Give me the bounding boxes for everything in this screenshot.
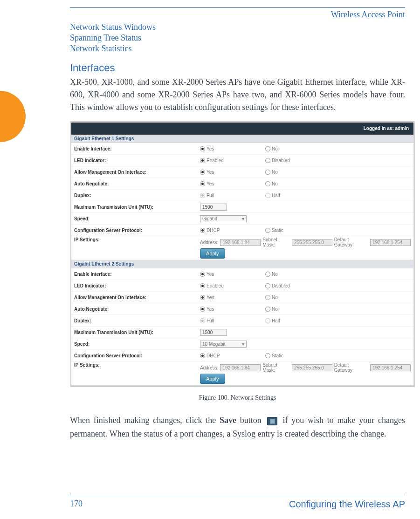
gig1-ip-row: IP Settings: Address: 192.168.1.84 Subne… [71,236,413,260]
gig1-enable-label: Enable Interface: [74,146,200,151]
gig1-speed-label: Speed: [74,216,200,221]
running-head: Wireless Access Point [70,10,405,20]
save-word: Save [220,416,236,425]
gig2-addr-input[interactable]: 192.168.1.84 [220,364,261,371]
radio-icon [200,283,205,288]
post-figure-paragraph: When finished making changes, click the … [70,414,405,441]
gig2-mtu-row: Maximum Transmission Unit (MTU): 1500 [71,327,413,338]
gig1-ip-label: IP Settings: [74,237,200,242]
gig1-autoneg-yes[interactable]: Yes [200,181,251,186]
gig1-mgmt-row: Allow Management On Interface: Yes No [71,166,413,178]
gig2-speed-row: Speed: 10 Megabit▾ [71,338,413,350]
gig2-enable-no[interactable]: No [265,272,317,277]
gig2-autoneg-row: Auto Negotiate: Yes No [71,303,413,315]
gig2-duplex-half: Half [265,318,317,323]
gig1-duplex-full: Full [200,193,251,198]
radio-icon [265,228,270,233]
gig1-mgmt-no[interactable]: No [265,170,317,175]
gig1-autoneg-label: Auto Negotiate: [74,181,200,186]
radio-icon [265,295,270,300]
gig1-led-enabled[interactable]: Enabled [200,158,251,163]
footer-rule [70,495,405,495]
gig1-apply-button[interactable]: Apply [200,248,225,259]
radio-icon [200,158,205,163]
radio-icon [200,146,205,151]
gig1-cfgproto-dhcp[interactable]: DHCP [200,228,251,233]
gig2-cfgproto-dhcp[interactable]: DHCP [200,353,251,358]
gig2-gw-input[interactable]: 192.168.1.254 [370,364,411,371]
gig2-duplex-row: Duplex: Full Half [71,315,413,327]
gig1-cfgproto-row: Configuration Server Protocol: DHCP Stat… [71,225,413,236]
radio-icon [265,146,270,151]
radio-icon [265,307,270,312]
interfaces-paragraph: XR-500, XR-1000, and some XR-2000 Series… [70,76,405,114]
link-network-statistics[interactable]: Network Statistics [70,44,405,54]
gig2-led-row: LED Indicator: Enabled Disabled [71,280,413,292]
radio-icon [265,170,270,175]
gig1-mgmt-label: Allow Management On Interface: [74,170,200,175]
gig1-autoneg-no[interactable]: No [265,181,317,186]
gig1-led-label: LED Indicator: [74,158,200,163]
gig1-autoneg-row: Auto Negotiate: Yes No [71,178,413,190]
save-icon [267,417,277,425]
radio-icon [200,295,205,300]
chevron-down-icon: ▾ [242,341,244,347]
gig2-autoneg-yes[interactable]: Yes [200,307,251,312]
gig1-mask-input[interactable]: 255.255.255.0 [292,239,332,246]
gig1-addr-input[interactable]: 192.168.1.84 [220,239,261,246]
gig2-mgmt-yes[interactable]: Yes [200,295,251,300]
gig2-ip-row: IP Settings: Address: 192.168.1.84 Subne… [71,362,413,385]
header-rule [70,7,405,8]
gig1-enable-yes[interactable]: Yes [200,146,251,151]
page-footer: 170 Configuring the Wireless AP [70,495,405,510]
gig2-mask-input[interactable]: 255.255.255.0 [292,364,332,371]
radio-icon [265,318,270,323]
gig1-duplex-half: Half [265,193,317,198]
gig2-led-disabled[interactable]: Disabled [265,283,317,288]
radio-icon [265,283,270,288]
gig2-mtu-input[interactable]: 1500 [200,329,227,336]
gig1-speed-row: Speed: Gigabit▾ [71,213,413,225]
gig1-mgmt-yes[interactable]: Yes [200,170,251,175]
page-number: 170 [70,499,83,510]
radio-icon [265,193,270,198]
gig2-led-enabled[interactable]: Enabled [200,283,251,288]
gw-label: Default Gateway: [334,237,369,247]
gig2-apply-button[interactable]: Apply [200,374,225,384]
heading-interfaces: Interfaces [70,62,405,74]
login-status: Logged in as: admin [71,123,413,135]
figure-caption: Figure 100. Network Settings [70,394,405,402]
radio-icon [200,181,205,186]
radio-icon [200,353,205,358]
gig1-enable-no[interactable]: No [265,146,317,151]
gig1-mtu-input[interactable]: 1500 [200,204,227,211]
gig2-duplex-full: Full [200,318,251,323]
gig1-cfgproto-label: Configuration Server Protocol: [74,228,200,233]
radio-icon [265,353,270,358]
gig1-enable-row: Enable Interface: Yes No [71,143,413,155]
gig2-autoneg-no[interactable]: No [265,307,317,312]
gig2-mgmt-no[interactable]: No [265,295,317,300]
gig1-duplex-row: Duplex: Full Half [71,190,413,201]
gig1-gw-input[interactable]: 192.168.1.254 [370,239,411,246]
section-gig2-title: Gigabit Ethernet 2 Settings [71,260,413,268]
section-gig1-title: Gigabit Ethernet 1 Settings [71,135,413,143]
gig2-cfgproto-static[interactable]: Static [265,353,317,358]
gig2-speed-select[interactable]: 10 Megabit▾ [200,341,247,348]
radio-icon [265,158,270,163]
gig1-led-row: LED Indicator: Enabled Disabled [71,155,413,166]
gig1-cfgproto-static[interactable]: Static [265,228,317,233]
figure-screenshot-frame: Logged in as: admin Gigabit Ethernet 1 S… [70,121,415,387]
gig2-mgmt-row: Allow Management On Interface: Yes No [71,292,413,303]
gig1-speed-select[interactable]: Gigabit▾ [200,215,247,222]
link-spanning-tree-status[interactable]: Spanning Tree Status [70,33,405,43]
gig2-enable-yes[interactable]: Yes [200,272,251,277]
gig2-enable-row: Enable Interface: Yes No [71,268,413,280]
radio-icon [200,307,205,312]
figure-screenshot: Logged in as: admin Gigabit Ethernet 1 S… [71,123,413,385]
footer-title: Configuring the Wireless AP [289,499,405,510]
gig1-mtu-label: Maximum Transmission Unit (MTU): [74,205,200,210]
radio-icon [200,170,205,175]
link-network-status-windows[interactable]: Network Status Windows [70,22,405,32]
gig1-led-disabled[interactable]: Disabled [265,158,317,163]
